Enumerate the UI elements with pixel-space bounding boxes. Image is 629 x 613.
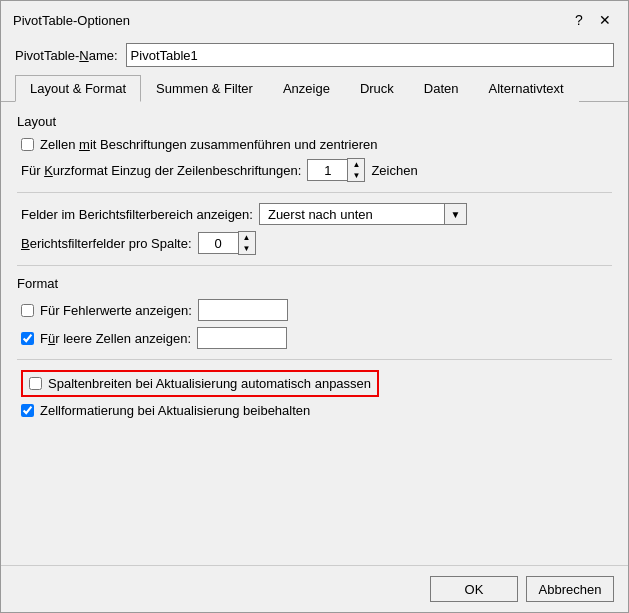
footer: OK Abbrechen bbox=[1, 565, 628, 612]
ok-button[interactable]: OK bbox=[430, 576, 518, 602]
divider1 bbox=[17, 192, 612, 193]
leere-row: Für leere Zellen anzeigen: bbox=[17, 327, 612, 349]
tab-content: Layout Zellen mit Beschriftungen zusamme… bbox=[1, 102, 628, 565]
fehler-checkbox[interactable] bbox=[21, 304, 34, 317]
tab-layout-format[interactable]: Layout & Format bbox=[15, 75, 141, 102]
berichtsfilter-input[interactable] bbox=[198, 232, 238, 254]
name-label: PivotTable-Name: bbox=[15, 48, 118, 63]
tab-summen-filter[interactable]: Summen & Filter bbox=[141, 75, 268, 102]
close-button[interactable]: ✕ bbox=[594, 9, 616, 31]
zell-label: Zellformatierung bei Aktualisierung beib… bbox=[40, 403, 310, 418]
merge-cells-label: Zellen mit Beschriftungen zusammenführen… bbox=[40, 137, 377, 152]
dialog-title: PivotTable-Optionen bbox=[13, 13, 130, 28]
kurzformat-input[interactable] bbox=[307, 159, 347, 181]
tab-anzeige[interactable]: Anzeige bbox=[268, 75, 345, 102]
tabs-bar: Layout & Format Summen & Filter Anzeige … bbox=[1, 75, 628, 102]
fehler-input[interactable] bbox=[198, 299, 288, 321]
kurzformat-unit: Zeichen bbox=[371, 163, 417, 178]
tab-alternativtext[interactable]: Alternativtext bbox=[474, 75, 579, 102]
lower-section: Spaltenbreiten bei Aktualisierung automa… bbox=[17, 370, 612, 418]
name-input[interactable] bbox=[126, 43, 614, 67]
berichtsfilter-row: Berichtsfilterfelder pro Spalte: ▲ ▼ bbox=[17, 231, 612, 255]
spalten-label: Spaltenbreiten bei Aktualisierung automa… bbox=[48, 376, 371, 391]
felder-label: Felder im Berichtsfilterbereich anzeigen… bbox=[21, 207, 253, 222]
kurzformat-spin-down[interactable]: ▼ bbox=[348, 170, 364, 181]
pivot-table-options-dialog: PivotTable-Optionen ? ✕ PivotTable-Name:… bbox=[0, 0, 629, 613]
format-section-title: Format bbox=[17, 276, 612, 291]
help-button[interactable]: ? bbox=[568, 9, 590, 31]
kurzformat-spin-up[interactable]: ▲ bbox=[348, 159, 364, 170]
merge-cells-checkbox[interactable] bbox=[21, 138, 34, 151]
kurzformat-spin: ▲ ▼ bbox=[307, 158, 365, 182]
leere-input[interactable] bbox=[197, 327, 287, 349]
format-section: Format Für Fehlerwerte anzeigen: Für lee… bbox=[17, 276, 612, 349]
divider2 bbox=[17, 265, 612, 266]
felder-input[interactable] bbox=[259, 203, 445, 225]
fehler-label: Für Fehlerwerte anzeigen: bbox=[40, 303, 192, 318]
zell-checkbox[interactable] bbox=[21, 404, 34, 417]
berichtsfilter-spin: ▲ ▼ bbox=[198, 231, 256, 255]
divider3 bbox=[17, 359, 612, 360]
title-bar: PivotTable-Optionen ? ✕ bbox=[1, 1, 628, 37]
layout-section: Layout Zellen mit Beschriftungen zusamme… bbox=[17, 114, 612, 255]
berichtsfilter-label: Berichtsfilterfelder pro Spalte: bbox=[21, 236, 192, 251]
felder-row: Felder im Berichtsfilterbereich anzeigen… bbox=[17, 203, 612, 225]
spalten-checkbox[interactable] bbox=[29, 377, 42, 390]
spalten-row: Spaltenbreiten bei Aktualisierung automa… bbox=[17, 370, 612, 397]
felder-dropdown: ▼ bbox=[259, 203, 467, 225]
title-bar-controls: ? ✕ bbox=[568, 9, 616, 31]
kurzformat-spin-buttons: ▲ ▼ bbox=[347, 158, 365, 182]
leere-checkbox[interactable] bbox=[21, 332, 34, 345]
felder-dropdown-arrow[interactable]: ▼ bbox=[445, 203, 467, 225]
kurzformat-row: Für Kurzformat Einzug der Zeilenbeschrif… bbox=[17, 158, 612, 182]
fehler-row: Für Fehlerwerte anzeigen: bbox=[17, 299, 612, 321]
zell-row: Zellformatierung bei Aktualisierung beib… bbox=[17, 403, 612, 418]
tab-daten[interactable]: Daten bbox=[409, 75, 474, 102]
berichtsfilter-spin-down[interactable]: ▼ bbox=[239, 243, 255, 254]
spalten-highlight: Spaltenbreiten bei Aktualisierung automa… bbox=[21, 370, 379, 397]
name-row: PivotTable-Name: bbox=[1, 37, 628, 75]
tab-druck[interactable]: Druck bbox=[345, 75, 409, 102]
leere-label: Für leere Zellen anzeigen: bbox=[40, 331, 191, 346]
layout-section-title: Layout bbox=[17, 114, 612, 129]
kurzformat-label: Für Kurzformat Einzug der Zeilenbeschrif… bbox=[21, 163, 301, 178]
berichtsfilter-spin-buttons: ▲ ▼ bbox=[238, 231, 256, 255]
berichtsfilter-spin-up[interactable]: ▲ bbox=[239, 232, 255, 243]
merge-cells-row: Zellen mit Beschriftungen zusammenführen… bbox=[17, 137, 612, 152]
cancel-button[interactable]: Abbrechen bbox=[526, 576, 614, 602]
